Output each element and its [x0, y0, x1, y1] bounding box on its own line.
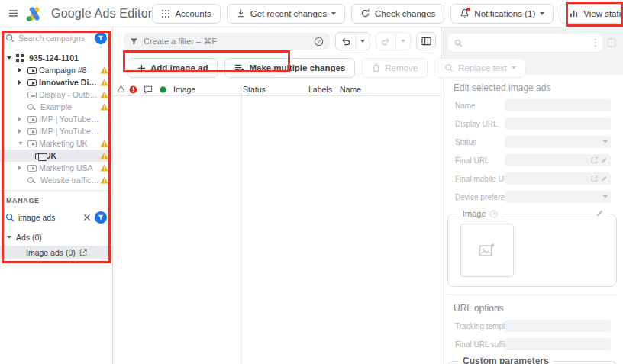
google-ads-editor-window: Google Ads Editor Accounts Get recent ch…: [0, 0, 623, 364]
display-url-input[interactable]: [505, 118, 611, 130]
column-separator: [241, 86, 242, 364]
tree-item-label: Innovative Digital Ma...: [37, 78, 99, 87]
pencil-icon[interactable]: [592, 209, 607, 217]
main-grid-panel: Create a filter – ⌘F ?: [113, 27, 441, 364]
error-column-icon[interactable]: [129, 85, 137, 94]
column-header-image[interactable]: Image: [173, 85, 195, 94]
manage-filter-button[interactable]: [95, 211, 107, 224]
tree-item-label: Website traffic-Searc...: [38, 176, 99, 185]
manage-search-input[interactable]: [18, 213, 79, 222]
device-preference-select[interactable]: [505, 191, 611, 203]
campaign-filter-button[interactable]: [95, 32, 107, 44]
expand-arrow-icon[interactable]: [18, 80, 27, 85]
display-icon: [27, 92, 37, 98]
column-header-name[interactable]: Name: [340, 85, 361, 94]
tree-item-example[interactable]: Example: [0, 101, 112, 113]
redo-button: [376, 33, 395, 50]
accounts-button[interactable]: Accounts: [152, 4, 220, 24]
topbar-buttons: Accounts Get recent changes Check change…: [152, 4, 623, 24]
notification-dot: [466, 8, 470, 11]
open-in-new-icon[interactable]: [79, 249, 87, 256]
campaign-tree: 935-124-1101 Campaign #8 Innovative Digi…: [0, 52, 112, 186]
help-icon[interactable]: ?: [314, 37, 324, 47]
view-statistics-button[interactable]: View statistics: [560, 4, 623, 24]
make-multiple-changes-button[interactable]: Make multiple changes: [224, 58, 355, 78]
menu-icon[interactable]: [8, 5, 19, 22]
chevron-down-icon: [331, 12, 336, 15]
redo-dropdown-button: [395, 33, 410, 50]
notifications-button[interactable]: Notifications (1): [450, 4, 554, 24]
chevron-down-icon: [360, 40, 365, 43]
tree-item-display-outbound[interactable]: Display - Outbound - ...: [0, 89, 112, 101]
open-in-new-icon: [591, 176, 598, 182]
manage-search-row: [0, 208, 112, 227]
tree-item-marketing-uk[interactable]: Marketing UK: [0, 137, 112, 150]
expand-arrow-icon[interactable]: [18, 142, 27, 145]
name-input[interactable]: [505, 99, 611, 111]
tree-item-campaign-8[interactable]: Campaign #8: [0, 64, 112, 76]
column-header-labels[interactable]: Labels: [308, 85, 332, 94]
remove-button: Remove: [362, 58, 428, 78]
expand-arrow-icon[interactable]: [18, 129, 27, 134]
tree-item-label: 935-124-1101: [27, 53, 99, 63]
warning-icon: [99, 91, 108, 98]
clear-search-icon[interactable]: [83, 214, 91, 221]
search-icon: [5, 213, 15, 222]
final-mobile-url-input[interactable]: [505, 172, 611, 185]
warning-icon: [99, 103, 108, 111]
tree-item-imp-youtube-remarketi[interactable]: IMP | YouTube Remarketi...: [0, 125, 112, 137]
tree-item-935-124-1101[interactable]: 935-124-1101: [0, 52, 112, 64]
search-icon: [27, 103, 38, 111]
expand-arrow-icon[interactable]: [18, 68, 27, 72]
tracking-template-input[interactable]: [505, 320, 611, 332]
image-ads-item-row[interactable]: Image ads (0): [0, 246, 112, 259]
pencil-icon: [601, 176, 608, 182]
create-filter-input[interactable]: Create a filter – ⌘F ?: [124, 33, 330, 50]
expand-arrow-icon[interactable]: [18, 117, 27, 121]
expand-arrow-icon[interactable]: [7, 56, 16, 60]
choose-columns-button[interactable]: [416, 32, 436, 50]
tree-item-innovative-digital-ma[interactable]: Innovative Digital Ma...: [0, 76, 112, 89]
tree-item-website-traffic-searc[interactable]: Website traffic-Searc...: [0, 174, 112, 186]
bell-icon: [460, 8, 470, 18]
ads-group-row[interactable]: Ads (0): [0, 230, 112, 244]
tree-item-uk[interactable]: UK: [0, 150, 112, 162]
expand-arrow-icon[interactable]: [18, 166, 27, 170]
final-url-input[interactable]: [505, 154, 611, 166]
comment-column-icon[interactable]: [144, 85, 153, 94]
add-image-ad-button[interactable]: Add image ad: [128, 58, 218, 78]
redo-group: [376, 32, 411, 50]
status-dot-column-icon[interactable]: [160, 86, 166, 93]
tree-item-imp-youtube-prospecting[interactable]: IMP | YouTube Prospecting: [0, 113, 112, 125]
expand-arrow-icon[interactable]: [7, 236, 16, 239]
campaign-search-input[interactable]: [18, 34, 91, 43]
undo-button[interactable]: [336, 33, 355, 50]
panel-search-input[interactable]: [448, 34, 602, 52]
more-options-icon[interactable]: [594, 38, 596, 47]
tree-item-marketing-usa[interactable]: Marketing USA: [0, 162, 112, 174]
get-recent-changes-button[interactable]: Get recent changes: [227, 4, 345, 24]
image-ads-label: Image ads (0): [26, 248, 76, 257]
download-icon: [236, 8, 246, 18]
check-changes-button[interactable]: Check changes: [351, 4, 444, 24]
tree-item-label: Example: [38, 102, 99, 111]
custom-parameters-label: Custom parameters: [459, 356, 553, 364]
column-header-status[interactable]: Status: [243, 85, 266, 94]
status-select[interactable]: [505, 136, 611, 148]
chevron-down-icon: [512, 66, 516, 69]
final-url-suffix-input[interactable]: [505, 338, 611, 350]
filter-row: Create a filter – ⌘F ?: [113, 27, 441, 53]
app-title: Google Ads Editor: [51, 7, 152, 21]
image-upload-placeholder[interactable]: [460, 224, 514, 277]
warning-column-icon[interactable]: [117, 85, 125, 92]
video-icon: [27, 140, 37, 147]
chevron-down-icon: [603, 140, 608, 143]
manage-heading: MANAGE: [0, 191, 112, 208]
tree-item-label: Marketing USA: [37, 163, 99, 172]
pencil-icon: [601, 157, 608, 164]
warning-icon: [99, 164, 108, 172]
undo-dropdown-button[interactable]: [355, 33, 370, 50]
campaign-search-row: [0, 27, 112, 49]
video-icon: [27, 67, 37, 74]
video-icon: [27, 116, 37, 123]
